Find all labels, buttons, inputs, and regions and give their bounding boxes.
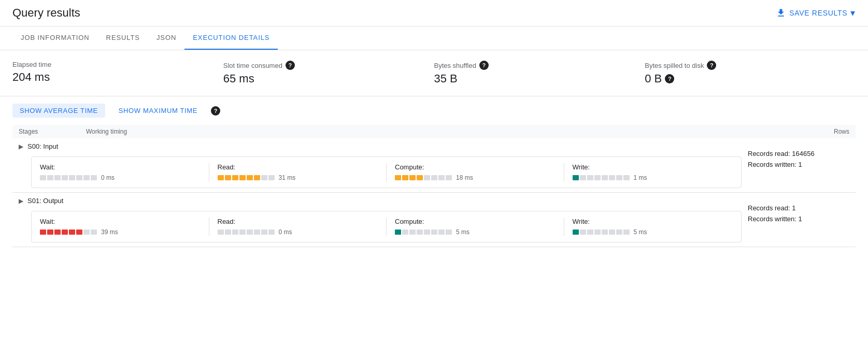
bar-seg (225, 230, 231, 235)
bar-seg (587, 175, 593, 180)
bar-seg (76, 230, 82, 235)
bar-seg (83, 175, 90, 180)
bar-seg (446, 175, 452, 180)
bar-seg (438, 175, 445, 180)
records-read-s01: Records read: 1 (748, 203, 849, 214)
stage-expand-arrow-s00[interactable]: ▶ (19, 143, 23, 150)
bar-seg (594, 175, 601, 180)
download-icon (776, 8, 786, 18)
bar-seg (40, 230, 46, 235)
bar-seg (69, 175, 75, 180)
bar-seg (446, 230, 452, 235)
timing-wait-s01: Wait: 39 ms (40, 218, 209, 236)
bar-seg (602, 175, 608, 180)
bar-seg (218, 175, 224, 180)
bar-seg (54, 175, 61, 180)
metric-bytes-shuffled-label: Bytes shuffled ? (434, 61, 633, 70)
bar-seg (424, 230, 430, 235)
stage-label-s00: S00: Input (27, 142, 58, 150)
bar-seg (76, 175, 82, 180)
timing-write-s00: Write: 1 ms (573, 163, 733, 181)
bar-seg (239, 175, 246, 180)
bar-seg (225, 175, 231, 180)
timing-compute-s01: Compute: 5 ms (395, 218, 564, 236)
compute-value-s00: 18 ms (456, 174, 473, 181)
page-title: Query results (12, 6, 80, 20)
col-header-stages: Stages (19, 128, 86, 135)
save-results-button[interactable]: SAVE RESULTS ▾ (776, 7, 856, 19)
bytes-spilled-value-help-icon[interactable]: ? (665, 74, 674, 83)
bar-seg (616, 175, 622, 180)
col-header-timing: Working timing (86, 128, 735, 135)
bar-seg (91, 230, 97, 235)
bytes-shuffled-help-icon[interactable]: ? (479, 61, 489, 70)
bar-seg (395, 175, 401, 180)
stage-row-s00: ▶ S00: Input Wait: (12, 138, 856, 193)
show-maximum-time-button[interactable]: SHOW MAXIMUM TIME (111, 104, 205, 118)
stages-table: Stages Working timing Rows ▶ S00: Input … (0, 125, 868, 247)
stage-expand-arrow-s01[interactable]: ▶ (19, 197, 23, 205)
stage-name-s00: ▶ S00: Input (12, 138, 742, 154)
bytes-spilled-label-help-icon[interactable]: ? (707, 61, 716, 70)
bar-seg (409, 230, 416, 235)
bar-seg (47, 230, 53, 235)
compute-label-s00: Compute: (395, 163, 556, 171)
bar-seg (62, 230, 68, 235)
bar-seg (409, 175, 416, 180)
bar-seg (609, 175, 615, 180)
bar-seg (573, 175, 579, 180)
bar-seg (580, 230, 586, 235)
bar-seg (438, 230, 445, 235)
bar-seg (261, 230, 267, 235)
wait-bar-segments-s00 (40, 175, 97, 180)
wait-bar-segments-s01 (40, 230, 97, 235)
metric-bytes-spilled-label: Bytes spilled to disk ? (645, 61, 843, 70)
read-value-s01: 0 ms (279, 228, 292, 236)
header: Query results SAVE RESULTS ▾ (0, 0, 868, 26)
metric-slot-value: 65 ms (223, 72, 422, 85)
bar-seg (232, 175, 238, 180)
timing-help-icon[interactable]: ? (211, 106, 220, 116)
tabs-bar: JOB INFORMATION RESULTS JSON EXECUTION D… (0, 26, 868, 50)
metric-bytes-shuffled-value: 35 B (434, 72, 633, 85)
metric-slot-label: Slot time consumed ? (223, 61, 422, 70)
bar-seg (254, 230, 260, 235)
stage-name-s01: ▶ S01: Output (12, 193, 742, 209)
bar-seg (402, 175, 408, 180)
metrics-row: Elapsed time 204 ms Slot time consumed ?… (0, 50, 868, 96)
bar-seg (417, 175, 423, 180)
tab-job-information[interactable]: JOB INFORMATION (12, 26, 98, 50)
tab-results[interactable]: RESULTS (98, 26, 148, 50)
write-bar-s01: 5 ms (573, 228, 733, 236)
stage-label-s01: S01: Output (27, 197, 63, 205)
bar-seg (232, 230, 238, 235)
metric-elapsed-label: Elapsed time (12, 61, 211, 68)
metric-bytes-spilled: Bytes spilled to disk ? 0 B ? (645, 61, 856, 85)
bar-seg (268, 230, 275, 235)
stage-rows-s01: Records read: 1 Records written: 1 (742, 193, 856, 235)
compute-value-s01: 5 ms (456, 228, 469, 236)
bar-seg (40, 175, 46, 180)
read-label-s00: Read: (218, 163, 378, 171)
wait-label-s01: Wait: (40, 218, 201, 225)
stage-detail-s00: Wait: 0 ms (31, 156, 742, 188)
col-header-rows: Rows (735, 128, 849, 135)
bar-seg (602, 230, 608, 235)
read-value-s00: 31 ms (279, 174, 296, 181)
bar-seg (417, 230, 423, 235)
wait-value-s01: 39 ms (101, 228, 118, 236)
slot-time-help-icon[interactable]: ? (286, 61, 295, 70)
tab-execution-details[interactable]: EXECUTION DETAILS (184, 26, 278, 50)
wait-value-s00: 0 ms (101, 174, 115, 181)
metric-elapsed-value: 204 ms (12, 70, 211, 84)
write-bar-s00: 1 ms (573, 174, 733, 181)
tab-json[interactable]: JSON (148, 26, 184, 50)
show-average-time-button[interactable]: SHOW AVERAGE TIME (12, 104, 105, 118)
bar-seg (609, 230, 615, 235)
stage-detail-s01: Wait: 39 ms (31, 211, 742, 242)
stages-table-header: Stages Working timing Rows (12, 125, 856, 138)
bar-seg (83, 230, 90, 235)
write-label-s01: Write: (573, 218, 733, 225)
compute-bar-s01: 5 ms (395, 228, 556, 236)
read-bar-segments-s01 (218, 230, 275, 235)
